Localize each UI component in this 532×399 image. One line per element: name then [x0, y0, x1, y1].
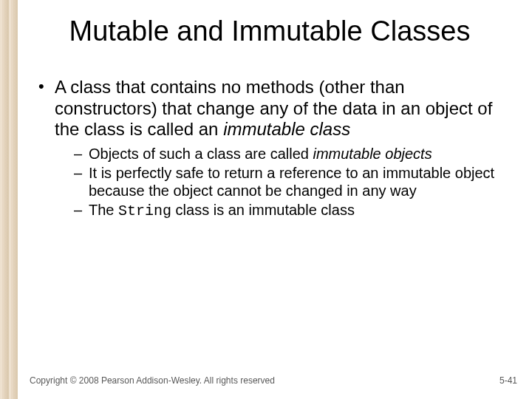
sub-text: Objects of such a class are called: [89, 146, 313, 162]
slide-footer: Copyright © 2008 Pearson Addison-Wesley.…: [30, 375, 517, 386]
sub-text-post: class is an immutable class: [171, 202, 355, 218]
sub-bullet-item: The String class is an immutable class: [72, 201, 502, 220]
page-number: 5-41: [499, 375, 517, 386]
bullet-item: A class that contains no methods (other …: [37, 77, 502, 220]
code-text: String: [118, 202, 171, 219]
sub-italic: immutable objects: [313, 146, 432, 162]
copyright-text: Copyright © 2008 Pearson Addison-Wesley.…: [30, 375, 275, 386]
sub-bullet-list: Objects of such a class are called immut…: [55, 145, 502, 220]
main-bullet-list: A class that contains no methods (other …: [22, 77, 517, 220]
sub-text: It is perfectly safe to return a referen…: [89, 165, 494, 199]
sub-bullet-item: It is perfectly safe to return a referen…: [72, 164, 502, 200]
slide-content: Mutable and Immutable Classes A class th…: [22, 16, 517, 399]
decorative-left-border: [0, 0, 18, 399]
bullet-italic: immutable class: [223, 119, 350, 139]
sub-text: The: [89, 202, 118, 218]
slide-title: Mutable and Immutable Classes: [37, 16, 502, 47]
sub-bullet-item: Objects of such a class are called immut…: [72, 145, 502, 163]
